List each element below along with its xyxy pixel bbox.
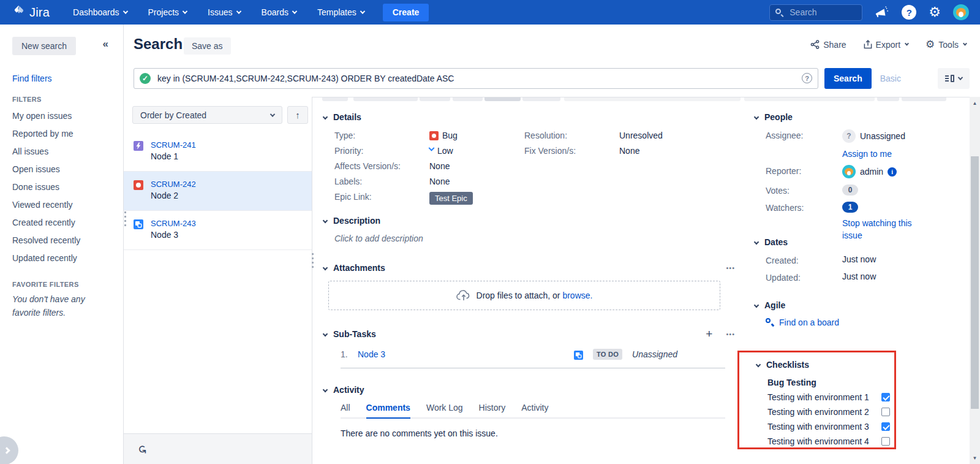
vertical-scrollbar[interactable]: ▲ ▼: [970, 97, 980, 464]
user-avatar[interactable]: [953, 4, 969, 20]
panel-resize-handle[interactable]: [312, 253, 314, 270]
issue-row-scrum-242[interactable]: SCRUM-242 Node 2: [124, 172, 312, 211]
epic-link-badge[interactable]: Test Epic: [429, 192, 473, 205]
checklist-checkbox-2[interactable]: [881, 408, 890, 416]
sort-direction-button[interactable]: ↑: [287, 106, 308, 124]
assign-to-me-link[interactable]: Assign to me: [842, 149, 892, 159]
nav-menu-issues[interactable]: Issues: [208, 7, 240, 17]
description-placeholder[interactable]: Click to add description: [334, 234, 735, 243]
description-section: Description Click to add description: [322, 216, 735, 243]
add-subtask-icon[interactable]: +: [706, 328, 712, 340]
checklist-checkbox-3[interactable]: [881, 422, 890, 431]
votes-count-badge[interactable]: 0: [842, 184, 858, 196]
nav-menu-templates[interactable]: Templates: [317, 7, 364, 17]
nav-menu-boards[interactable]: Boards: [262, 7, 296, 17]
priority-label: Priority:: [334, 146, 429, 156]
attachments-dropzone[interactable]: Drop files to attach, or browse.: [328, 281, 720, 310]
expand-panel-button[interactable]: [0, 436, 18, 464]
checklist-checkbox-4[interactable]: [881, 437, 890, 446]
issue-key[interactable]: SCRUM-243: [151, 218, 196, 229]
settings-gear-icon[interactable]: ⚙: [929, 6, 941, 19]
jql-help-icon[interactable]: ?: [802, 73, 812, 83]
tab-comments[interactable]: Comments: [366, 403, 410, 417]
checklists-section-header[interactable]: Checklists: [755, 360, 890, 370]
sidebar-item-my-open-issues[interactable]: My open issues: [0, 107, 124, 125]
watchers-count-badge[interactable]: 1: [842, 202, 858, 213]
description-section-header[interactable]: Description: [322, 216, 735, 226]
subtask-index: 1.: [341, 349, 358, 359]
sidebar-item-done-issues[interactable]: Done issues: [0, 178, 124, 196]
create-button[interactable]: Create: [383, 4, 429, 21]
watchers-label: Watchers:: [766, 202, 842, 213]
subtasks-more-icon[interactable]: •••: [726, 330, 735, 338]
sidebar-resize-handle[interactable]: [124, 211, 126, 229]
top-navbar: Jira Dashboards Projects Issues Boards T…: [0, 0, 980, 25]
details-section-header[interactable]: Details: [322, 112, 735, 122]
tab-work-log[interactable]: Work Log: [426, 403, 463, 417]
sidebar-item-created-recently[interactable]: Created recently: [0, 214, 124, 232]
sidebar-item-viewed-recently[interactable]: Viewed recently: [0, 196, 124, 214]
new-search-button[interactable]: New search: [12, 37, 76, 55]
find-on-board-link[interactable]: Find on a board: [779, 318, 839, 327]
assignee-label: Assignee:: [766, 129, 842, 140]
activity-section-header[interactable]: Activity: [322, 385, 735, 395]
browse-link[interactable]: browse.: [562, 291, 592, 300]
order-by-select[interactable]: Order by Created: [132, 106, 282, 124]
chevron-down-icon: [323, 331, 328, 336]
clipped-toolbar-button: [564, 97, 741, 101]
checklist-checkbox-1[interactable]: [881, 393, 890, 401]
sidebar-item-open-issues[interactable]: Open issues: [0, 161, 124, 178]
save-as-button[interactable]: Save as: [184, 37, 231, 55]
subtask-status-badge[interactable]: TO DO: [593, 349, 622, 360]
sidebar-item-all-issues[interactable]: All issues: [0, 143, 124, 161]
tab-activity[interactable]: Activity: [521, 403, 548, 417]
help-icon[interactable]: ?: [902, 5, 916, 20]
favorite-filters-header: FAVORITE FILTERS: [12, 281, 79, 288]
scrollbar-thumb[interactable]: [971, 156, 979, 409]
sidebar-item-reported-by-me[interactable]: Reported by me: [0, 125, 124, 143]
jql-query-input[interactable]: [134, 68, 818, 89]
attachments-more-icon[interactable]: •••: [726, 264, 735, 272]
logo-text: Jira: [29, 6, 50, 20]
global-search-input[interactable]: [769, 4, 862, 21]
issue-row-scrum-243[interactable]: SCRUM-243 Node 3: [124, 211, 312, 250]
tab-history[interactable]: History: [479, 403, 506, 417]
view-switcher-button[interactable]: [938, 68, 970, 89]
announcements-icon[interactable]: [875, 6, 889, 19]
attachments-section-header[interactable]: Attachments: [322, 263, 385, 273]
nav-menu-projects[interactable]: Projects: [148, 7, 187, 17]
collapse-sidebar-icon[interactable]: «: [103, 38, 108, 50]
list-detail-view-icon: [945, 75, 954, 82]
issue-key[interactable]: SCRUM-241: [151, 140, 196, 150]
agile-section-header[interactable]: Agile: [753, 300, 937, 310]
chevron-down-icon: [323, 115, 328, 120]
clipped-toolbar-button: [902, 97, 946, 101]
subtasks-section-header[interactable]: Sub-Tasks: [322, 329, 376, 339]
jira-logo[interactable]: Jira: [12, 4, 50, 20]
clipped-toolbar-button: [744, 97, 875, 101]
issue-row-scrum-241[interactable]: SCRUM-241 Node 1: [124, 132, 312, 172]
export-button[interactable]: Export: [864, 40, 908, 50]
reporter-avatar[interactable]: [842, 165, 856, 178]
sidebar-item-resolved-recently[interactable]: Resolved recently: [0, 232, 124, 249]
scroll-down-arrow[interactable]: ▼: [970, 453, 980, 463]
jira-logo-icon: [12, 4, 26, 20]
jira-search-page: Jira Dashboards Projects Issues Boards T…: [0, 0, 980, 464]
refresh-icon[interactable]: ↺: [135, 444, 149, 454]
issue-key[interactable]: SCRUM-242: [151, 179, 196, 189]
share-button[interactable]: Share: [810, 40, 846, 50]
page-title: Search: [134, 36, 183, 53]
subtask-title-link[interactable]: Node 3: [358, 349, 385, 359]
dates-section-header[interactable]: Dates: [753, 237, 937, 247]
search-button[interactable]: Search: [824, 68, 872, 89]
scroll-up-arrow[interactable]: ▲: [970, 98, 980, 108]
tools-button[interactable]: ⚙ Tools: [925, 39, 967, 50]
subtask-row[interactable]: 1. Node 3 TO DO Unassigned: [341, 349, 725, 368]
basic-mode-link[interactable]: Basic: [880, 74, 901, 83]
nav-menu-dashboards[interactable]: Dashboards: [73, 7, 127, 17]
reporter-info-icon[interactable]: i: [888, 167, 897, 177]
sidebar-item-updated-recently[interactable]: Updated recently: [0, 249, 124, 267]
find-filters-link[interactable]: Find filters: [12, 74, 52, 83]
people-section-header[interactable]: People: [753, 112, 937, 122]
tab-all[interactable]: All: [341, 403, 350, 417]
